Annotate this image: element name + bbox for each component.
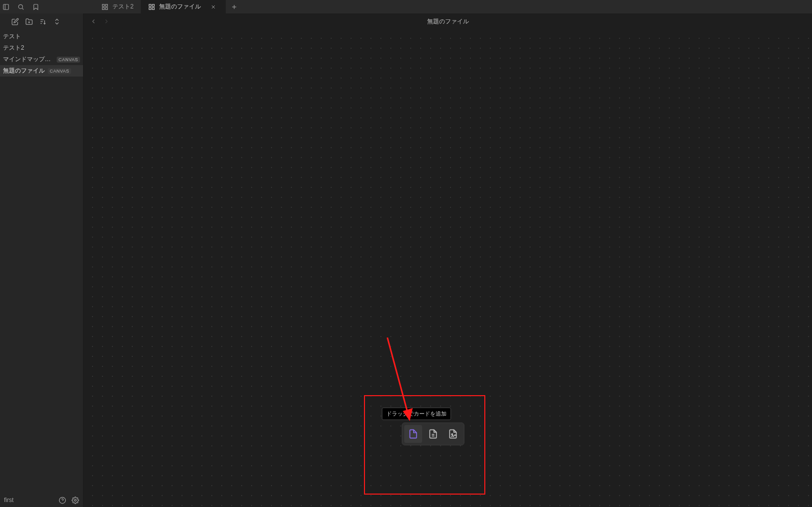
svg-rect-0 xyxy=(3,4,9,9)
new-folder-icon[interactable] xyxy=(25,18,33,26)
svg-rect-11 xyxy=(152,7,154,9)
tab-strip: テスト2 無題のファイル xyxy=(94,0,243,13)
sort-icon[interactable] xyxy=(39,18,47,26)
file-label: マインドマップの... xyxy=(3,55,54,64)
canvas-badge: CANVAS xyxy=(48,68,71,74)
main-header: 無題のファイル xyxy=(84,13,812,29)
main-pane: 無題のファイル ドラッグでカードを追加 xyxy=(84,13,812,507)
tooltip: ドラッグでカードを追加 xyxy=(382,408,451,420)
file-label: テスト2 xyxy=(3,44,24,52)
nav-forward-icon[interactable] xyxy=(102,17,110,25)
add-card-button[interactable] xyxy=(404,425,422,443)
search-icon[interactable] xyxy=(17,3,25,11)
canvas-icon xyxy=(101,3,108,10)
tab-untitled[interactable]: 無題のファイル xyxy=(141,0,226,13)
svg-point-23 xyxy=(74,499,76,501)
add-media-button[interactable] xyxy=(444,425,462,443)
file-item-test[interactable]: テスト xyxy=(0,31,83,42)
top-bar: テスト2 無題のファイル xyxy=(0,0,812,13)
tab-test2[interactable]: テスト2 xyxy=(94,0,141,13)
svg-rect-8 xyxy=(149,4,151,6)
file-item-untitled[interactable]: 無題のファイル CANVAS xyxy=(0,65,83,77)
file-item-mindmap[interactable]: マインドマップの... CANVAS xyxy=(0,54,83,65)
svg-point-2 xyxy=(18,4,22,8)
new-tab-button[interactable] xyxy=(226,0,243,13)
file-list: テスト テスト2 マインドマップの... CANVAS 無題のファイル CANV… xyxy=(0,30,83,493)
file-label: 無題のファイル xyxy=(3,67,45,75)
canvas-badge: CANVAS xyxy=(57,57,80,63)
bookmark-icon[interactable] xyxy=(32,3,40,11)
svg-point-26 xyxy=(451,434,453,435)
canvas-area[interactable]: ドラッグでカードを追加 xyxy=(84,29,812,507)
close-icon[interactable] xyxy=(210,3,217,10)
svg-rect-9 xyxy=(152,4,154,6)
tab-label: 無題のファイル xyxy=(159,2,201,11)
top-left-icons xyxy=(0,3,40,11)
page-title: 無題のファイル xyxy=(427,17,469,26)
sidebar-footer: first xyxy=(0,493,83,507)
sidebar-toolbar xyxy=(0,13,83,30)
svg-rect-5 xyxy=(105,4,107,6)
svg-rect-10 xyxy=(149,7,151,9)
svg-line-3 xyxy=(22,8,24,9)
collapse-icon[interactable] xyxy=(53,18,61,26)
canvas-icon xyxy=(148,3,155,10)
nav-back-icon[interactable] xyxy=(90,17,97,25)
new-note-icon[interactable] xyxy=(11,18,19,26)
svg-rect-6 xyxy=(102,7,104,9)
file-label: テスト xyxy=(3,32,21,41)
help-icon[interactable] xyxy=(58,496,66,504)
sidebar: テスト テスト2 マインドマップの... CANVAS 無題のファイル CANV… xyxy=(0,13,84,507)
body: テスト テスト2 マインドマップの... CANVAS 無題のファイル CANV… xyxy=(0,13,812,507)
vault-name[interactable]: first xyxy=(4,497,53,504)
add-note-button[interactable] xyxy=(424,425,442,443)
settings-icon[interactable] xyxy=(71,496,79,504)
canvas-toolbar xyxy=(402,422,464,445)
svg-rect-4 xyxy=(102,4,104,6)
panel-toggle-icon[interactable] xyxy=(2,3,10,11)
tab-label: テスト2 xyxy=(112,2,134,11)
svg-rect-7 xyxy=(105,7,107,9)
app-root: テスト2 無題のファイル xyxy=(0,0,812,507)
file-item-test2[interactable]: テスト2 xyxy=(0,42,83,54)
nav-arrows xyxy=(90,17,110,25)
